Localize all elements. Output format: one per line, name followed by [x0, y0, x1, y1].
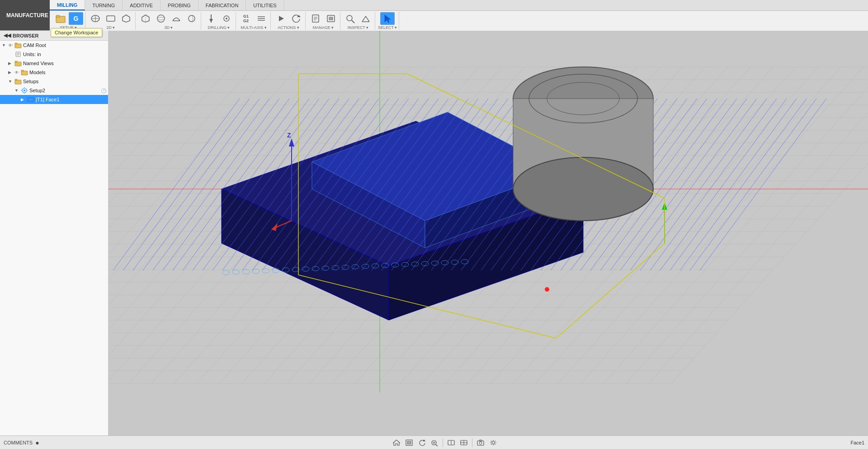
camroot-label: CAM Root [23, 43, 106, 48]
svg-rect-26 [329, 17, 333, 20]
manage-icon1[interactable] [308, 12, 323, 25]
select-group: SELECT ▾ [376, 12, 399, 30]
actions-label: ACTIONS ▾ [278, 25, 299, 30]
tab-probing[interactable]: PROBING [160, 0, 198, 10]
tab-fabrication[interactable]: FABRICATION [198, 0, 246, 10]
setups-label: Setups [23, 79, 106, 84]
select-label: SELECT ▾ [378, 25, 397, 30]
actions-group: ACTIONS ▾ [272, 12, 306, 30]
change-workspace-tooltip: Change Workspace [51, 28, 102, 37]
tab-bar: MILLING TURNING ADDITIVE PROBING FABRICA… [50, 0, 868, 11]
tree-item-setups[interactable]: ▼ Setups [0, 77, 108, 86]
svg-marker-175 [393, 440, 400, 445]
settings-icon[interactable] [488, 437, 499, 448]
tree-item-setup2[interactable]: ▼ Setup2 🕐 [0, 86, 108, 95]
3d-icon1[interactable] [138, 12, 153, 25]
svg-marker-13 [209, 19, 213, 23]
multiaxis-icon1[interactable]: G1G2 [239, 12, 253, 25]
tab-utilities[interactable]: UTILITIES [246, 0, 284, 10]
tree-item-units[interactable]: Units: in [0, 50, 108, 59]
select-icon[interactable] [380, 12, 395, 25]
models-icon [21, 69, 28, 76]
setup-group: G SETUP ▾ [52, 12, 85, 30]
zoom-icon[interactable] [429, 437, 440, 448]
models-label: Models [29, 70, 106, 75]
svg-marker-6 [123, 15, 130, 22]
inspect-icon1[interactable] [343, 12, 358, 25]
svg-text:Z: Z [287, 132, 291, 139]
view-mode-2-icon[interactable] [458, 437, 469, 448]
drilling-label: DRILLING ▾ [208, 25, 230, 30]
svg-point-158 [513, 157, 653, 221]
manage-icon2[interactable] [324, 12, 338, 25]
actions-icon2[interactable] [289, 12, 303, 25]
setup-folder-icon[interactable] [53, 12, 68, 25]
3d-icon3[interactable] [169, 12, 184, 25]
multiaxis-label: MULTI-AXIS ▾ [241, 25, 266, 30]
inspect-group: INSPECT ▾ [341, 12, 375, 30]
browser-panel: ◀◀ BROWSER ▼ 👁 CAM Root Units: in ▶ Name… [0, 31, 108, 435]
tab-milling[interactable]: MILLING [50, 0, 85, 10]
svg-point-15 [226, 18, 227, 19]
comments-area: COMMENTS ● [4, 439, 39, 446]
2d-icon1[interactable] [88, 12, 103, 25]
units-icon [14, 51, 22, 58]
viewport[interactable]: TOP FRONT RIGHT Z Z [108, 31, 868, 435]
home-view-icon[interactable] [391, 437, 402, 448]
comments-expand-icon[interactable]: ● [35, 439, 39, 446]
tree-item-camroot[interactable]: ▼ 👁 CAM Root [0, 41, 108, 50]
setup-g-icon[interactable]: G [69, 12, 83, 25]
view-mode-1-icon[interactable] [446, 437, 457, 448]
drilling-icon1[interactable] [204, 12, 218, 25]
fit-to-screen-icon[interactable] [404, 437, 415, 448]
svg-rect-1 [56, 15, 60, 17]
bottom-tools [391, 437, 499, 448]
multiaxis-icon2[interactable] [254, 12, 269, 25]
svg-rect-32 [15, 43, 17, 44]
drilling-icon2[interactable] [219, 12, 234, 25]
3d-group: 3D ▾ [137, 12, 201, 30]
svg-point-11 [189, 15, 195, 22]
face1-arrow: ▶ [21, 97, 27, 102]
separator1 [443, 438, 443, 447]
tree-item-face1[interactable]: ▶ [T1] Face1 [0, 95, 108, 104]
namedviews-label: Named Views [23, 61, 106, 66]
svg-line-180 [436, 444, 438, 446]
browser-collapse-icon[interactable]: ◀◀ [4, 33, 11, 38]
inspect-icon2[interactable] [359, 12, 373, 25]
svg-marker-30 [385, 15, 391, 23]
3d-icon2[interactable] [154, 12, 168, 25]
actions-icon1[interactable] [274, 12, 288, 25]
tab-turning[interactable]: TURNING [85, 0, 123, 10]
comments-label: COMMENTS [4, 440, 33, 445]
tree-item-models[interactable]: ▶ 👁 Models [0, 68, 108, 77]
2d-icon2[interactable] [104, 12, 118, 25]
face1-label: [T1] Face1 [36, 97, 106, 102]
tab-additive[interactable]: ADDITIVE [123, 0, 160, 10]
camroot-visibility[interactable]: 👁 [8, 43, 14, 48]
models-visibility[interactable]: 👁 [14, 70, 21, 75]
tree-item-namedviews[interactable]: ▶ Named Views [0, 59, 108, 68]
3d-icon4[interactable] [184, 12, 199, 25]
screenshot-icon[interactable] [475, 437, 486, 448]
units-label: Units: in [23, 52, 106, 57]
setup2-clock-icon: 🕐 [101, 88, 106, 93]
rotate-view-icon[interactable] [416, 437, 427, 448]
svg-rect-5 [107, 16, 115, 21]
camroot-folder-icon [14, 42, 22, 49]
namedviews-arrow: ▶ [8, 61, 14, 66]
svg-point-9 [157, 17, 165, 20]
2d-icon3[interactable] [119, 12, 133, 25]
active-operation-label: Face1 [850, 440, 864, 445]
multiaxis-group: G1G2 MULTI-AXIS ▾ [237, 12, 271, 30]
svg-point-189 [479, 442, 482, 444]
toolbar: MANUFACTURE ▾ MILLING TURNING ADDITIVE P… [0, 0, 868, 31]
svg-rect-38 [15, 61, 17, 62]
svg-point-191 [492, 441, 495, 444]
svg-marker-19 [279, 16, 284, 21]
svg-rect-177 [407, 441, 411, 444]
status-bar: COMMENTS ● Face1 [0, 435, 868, 449]
drilling-group: DRILLING ▾ [202, 12, 236, 30]
svg-rect-40 [21, 70, 24, 71]
svg-point-166 [545, 287, 549, 292]
